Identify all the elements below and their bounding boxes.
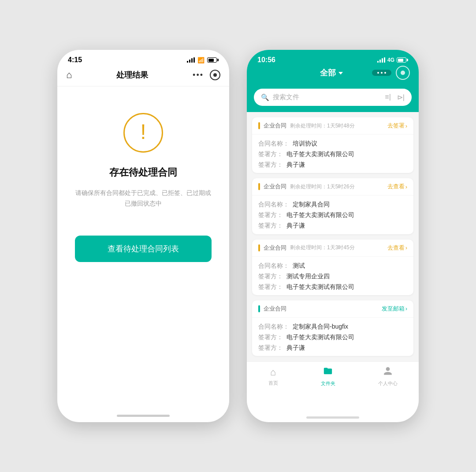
record-button[interactable]: [210, 70, 220, 80]
card-3-header: 企业合同 剩余处理时间：1天3时45分 去查看 ›: [252, 240, 413, 257]
contract-card-1: 企业合同 剩余处理时间：1天5时48分 去签署 › 合同名称： 培训协议: [252, 117, 413, 173]
card-2-type-bar: [258, 183, 260, 190]
warning-exclaim-icon: !: [140, 121, 146, 142]
right-home-indicator: [306, 416, 359, 419]
left-page-title: 处理结果: [116, 70, 148, 80]
left-header: ⌂ 处理结果 •••: [57, 67, 229, 86]
right-header-icons: [372, 66, 410, 80]
card-3-type-bar: [258, 244, 260, 251]
home-icon[interactable]: ⌂: [66, 69, 72, 81]
warning-circle: !: [123, 113, 163, 153]
right-time: 10:56: [257, 56, 275, 64]
card-4-type: 企业合同: [258, 305, 286, 313]
card-2-header: 企业合同 剩余处理时间：1天5时26分 去查看 ›: [252, 178, 413, 195]
right-status-icons: 4G: [377, 57, 408, 63]
card-4-header: 企业合同 发至邮箱 ›: [252, 300, 413, 318]
home-nav-icon: ⌂: [270, 367, 276, 378]
dropdown-arrow-icon: [338, 72, 343, 75]
right-phone: 10:56 4G: [247, 50, 419, 422]
card-3-action[interactable]: 去查看 ›: [387, 244, 407, 252]
more-pill-button[interactable]: [372, 70, 391, 76]
nav-home[interactable]: ⌂ 首页: [268, 367, 278, 386]
left-content: ! 存在待处理合同 请确保所有合同都处于已完成、已拒签、已过期或已撤回状态中 查…: [57, 86, 229, 280]
nav-profile[interactable]: 个人中心: [378, 366, 398, 387]
card-1-type: 企业合同 剩余处理时间：1天5时48分: [258, 122, 355, 130]
nav-profile-label: 个人中心: [378, 380, 398, 387]
card-row: 签署方： 测试专用企业四: [258, 273, 407, 281]
warning-desc: 请确保所有合同都处于已完成、已拒签、已过期或已撤回状态中: [75, 188, 212, 209]
contract-card-4: 企业合同 发至邮箱 › 合同名称： 定制家具合同-bugfix: [252, 300, 413, 356]
card-4-body: 合同名称： 定制家具合同-bugfix 签署方： 电子签大卖测试有限公司 签署方…: [252, 318, 413, 356]
card-row: 签署方： 电子签大卖测试有限公司: [258, 211, 407, 219]
card-row: 签署方： 典子谦: [258, 222, 407, 230]
card-4-type-bar: [258, 305, 260, 312]
left-phone: 4:15 📶 ⌂ 处理结果: [57, 50, 229, 422]
search-field[interactable]: 🔍 搜索文件 ≡| ⊳|: [254, 89, 412, 106]
card-4-action[interactable]: 发至邮箱 ›: [382, 305, 407, 313]
search-bar-container: 🔍 搜索文件 ≡| ⊳|: [247, 85, 419, 112]
nav-folder[interactable]: 文件夹: [321, 366, 335, 387]
right-header-title[interactable]: 全部: [320, 67, 343, 78]
more-icon[interactable]: •••: [193, 71, 204, 80]
card-row: 合同名称： 定制家具合同-bugfix: [258, 323, 407, 331]
signal-icon: [187, 57, 195, 63]
nav-home-label: 首页: [268, 380, 278, 386]
right-status-bar: 10:56 4G: [247, 50, 419, 66]
card-row: 合同名称： 测试: [258, 262, 407, 270]
card-3-body: 合同名称： 测试 签署方： 测试专用企业四 签署方： 电子签大卖测试有限公司: [252, 257, 413, 295]
card-row: 签署方： 典子谦: [258, 344, 407, 352]
folder-nav-icon: [323, 366, 333, 378]
contract-card-2: 企业合同 剩余处理时间：1天5时26分 去查看 › 合同名称： 定制家具合同: [252, 178, 413, 234]
contract-card-3: 企业合同 剩余处理时间：1天3时45分 去查看 › 合同名称： 测试: [252, 240, 413, 295]
contract-list: 企业合同 剩余处理时间：1天5时48分 去签署 › 合同名称： 培训协议: [247, 112, 419, 361]
card-row: 签署方： 电子签大卖测试有限公司: [258, 150, 407, 158]
right-signal-icon: [377, 57, 385, 63]
card-1-type-bar: [258, 122, 260, 129]
network-type: 4G: [387, 57, 394, 63]
search-right-icons: ≡| ⊳|: [385, 93, 405, 101]
card-1-body: 合同名称： 培训协议 签署方： 电子签大卖测试有限公司 签署方： 典子谦: [252, 135, 413, 173]
card-3-type: 企业合同 剩余处理时间：1天3时45分: [258, 244, 355, 252]
right-topbar: 全部: [247, 66, 419, 85]
card-row: 合同名称： 定制家具合同: [258, 201, 407, 209]
filter-icon[interactable]: ⊳|: [397, 93, 405, 101]
right-battery-icon: [397, 57, 408, 63]
circle-record-button[interactable]: [396, 66, 410, 80]
left-header-actions: •••: [193, 70, 220, 80]
card-1-header: 企业合同 剩余处理时间：1天5时48分 去签署 ›: [252, 117, 413, 135]
nav-folder-label: 文件夹: [321, 380, 335, 387]
battery-icon: [207, 57, 219, 63]
card-row: 签署方： 电子签大卖测试有限公司: [258, 333, 407, 341]
bottom-nav: ⌂ 首页 文件夹 个人中心: [247, 361, 419, 396]
wifi-icon: 📶: [197, 57, 205, 64]
profile-nav-icon: [383, 366, 393, 378]
home-indicator: [117, 415, 170, 417]
search-icon: 🔍: [261, 94, 269, 101]
left-status-bar: 4:15 📶: [57, 50, 229, 67]
card-row: 合同名称： 培训协议: [258, 140, 407, 148]
view-pending-button[interactable]: 查看待处理合同列表: [75, 236, 212, 262]
card-row: 签署方： 电子签大卖测试有限公司: [258, 283, 407, 291]
warning-title: 存在待处理合同: [109, 166, 177, 179]
card-2-body: 合同名称： 定制家具合同 签署方： 电子签大卖测试有限公司 签署方： 典子谦: [252, 195, 413, 234]
card-2-type: 企业合同 剩余处理时间：1天5时26分: [258, 183, 355, 191]
card-2-action[interactable]: 去查看 ›: [387, 183, 407, 191]
left-status-icons: 📶: [187, 57, 219, 64]
sort-icon[interactable]: ≡|: [385, 93, 391, 101]
card-1-action[interactable]: 去签署 ›: [387, 122, 407, 130]
card-row: 签署方： 典子谦: [258, 161, 407, 169]
search-placeholder: 搜索文件: [273, 93, 381, 101]
left-time: 4:15: [68, 56, 82, 64]
